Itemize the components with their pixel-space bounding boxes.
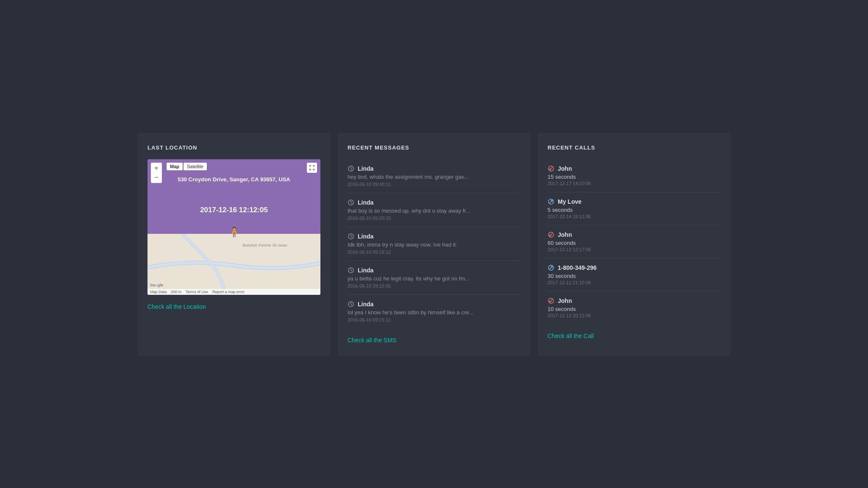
report-label[interactable]: Report a map error [212, 290, 245, 294]
dashboard: LAST LOCATION 530 Croydon Drive, Sanger,… [137, 133, 731, 356]
message-datetime: 2016-06-10 09:18:12 [348, 250, 520, 255]
map-purple-overlay: 530 Croydon Drive, Sanger, CA 93657, USA… [147, 159, 320, 234]
call-datetime: 2017-12-12 20:12:06 [548, 313, 721, 318]
map-pin: 🧍 [228, 227, 240, 238]
check-location-link[interactable]: Check all the Location [147, 303, 206, 310]
map-fullscreen-button[interactable] [307, 163, 317, 173]
message-item[interactable]: Linda lol yea I know he's been sittin by… [348, 295, 520, 328]
message-item[interactable]: Linda hey lind, whats the assignment ms.… [348, 159, 520, 193]
message-direction-icon [348, 165, 354, 172]
message-preview: hey lind, whats the assignment ms. grang… [348, 174, 520, 180]
zoom-out-button[interactable]: − [152, 173, 161, 182]
map-tab-button[interactable]: Map [167, 163, 183, 170]
call-item[interactable]: John 10 seconds 2017-12-12 20:12:06 [548, 291, 721, 324]
call-duration: 5 seconds [548, 207, 721, 213]
message-item[interactable]: Linda ya u betta cuz he legit cray. Its … [348, 261, 520, 295]
message-sender: Linda [348, 233, 520, 240]
call-duration: 60 seconds [548, 240, 721, 246]
call-item[interactable]: My Love 5 seconds 2017-12-14 19:11:06 [548, 192, 721, 225]
call-contact-name: John [548, 297, 721, 304]
map-terrain: Butcher Ferme St-Jean Google [147, 234, 320, 295]
message-preview: that boy is so messed up. why dnt u stay… [348, 208, 520, 214]
check-call-link[interactable]: Check all the Call [548, 333, 594, 339]
call-duration: 10 seconds [548, 306, 721, 312]
message-direction-icon [348, 199, 354, 206]
message-preview: Idk tbh, imma try n stay away now. Ive h… [348, 241, 520, 248]
call-direction-icon [548, 264, 554, 271]
call-datetime: 2017-12-13 12:17:06 [548, 247, 721, 252]
call-item[interactable]: 1-800-349-296 30 seconds 2017-12-12 21:1… [548, 258, 721, 291]
call-datetime: 2017-12-17 14:10:06 [548, 181, 721, 186]
map-scale: 200 m [171, 290, 181, 294]
message-sender: Linda [348, 165, 520, 172]
map-footer: Map Data 200 m Terms of Use Report a map… [147, 289, 320, 295]
call-duration: 30 seconds [548, 273, 721, 279]
call-contact-name: 1-800-349-296 [548, 264, 721, 271]
call-datetime: 2017-12-12 21:10:06 [548, 280, 721, 285]
call-direction-icon [548, 297, 554, 304]
map-tabs: Map Satellite [167, 163, 207, 170]
call-direction-icon [548, 165, 554, 172]
call-contact-name: My Love [548, 198, 721, 205]
svg-text:Butcher Ferme St-Jean: Butcher Ferme St-Jean [242, 242, 287, 247]
message-direction-icon [348, 267, 354, 274]
call-duration: 15 seconds [548, 174, 721, 180]
call-direction-icon [548, 198, 554, 205]
map-datetime: 2017-12-16 12:12:05 [147, 206, 320, 214]
message-direction-icon [348, 301, 354, 308]
call-direction-icon [548, 231, 554, 238]
call-contact-name: John [548, 165, 721, 172]
message-preview: ya u betta cuz he legit cray. Its why he… [348, 275, 520, 282]
check-sms-link[interactable]: Check all the SMS [348, 337, 396, 344]
messages-list: Linda hey lind, whats the assignment ms.… [348, 159, 520, 328]
message-item[interactable]: Linda Idk tbh, imma try n stay away now.… [348, 227, 520, 261]
message-datetime: 2016-06-10 09:15:11 [348, 317, 520, 322]
message-sender: Linda [348, 267, 520, 274]
map-controls: + − [151, 163, 162, 183]
satellite-tab-button[interactable]: Satellite [184, 163, 207, 170]
message-sender: Linda [348, 301, 520, 308]
message-datetime: 2016-06-10 09:40:11 [348, 182, 520, 187]
call-item[interactable]: John 60 seconds 2017-12-13 12:17:06 [548, 225, 721, 258]
location-panel: LAST LOCATION 530 Croydon Drive, Sanger,… [137, 133, 331, 356]
calls-title: RECENT CALLS [548, 144, 721, 151]
map-container: 530 Croydon Drive, Sanger, CA 93657, USA… [147, 159, 320, 295]
message-datetime: 2016-06-10 09:15:55 [348, 283, 520, 288]
terms-label[interactable]: Terms of Use [186, 290, 208, 294]
zoom-in-button[interactable]: + [152, 164, 161, 173]
message-item[interactable]: Linda that boy is so messed up. why dnt … [348, 193, 520, 227]
calls-panel: RECENT CALLS John 15 seconds 2017-12-17 … [537, 133, 731, 356]
message-datetime: 2016-06-10 09:20:10 [348, 216, 520, 221]
location-title: LAST LOCATION [147, 144, 320, 151]
calls-list: John 15 seconds 2017-12-17 14:10:06 My L… [548, 159, 721, 324]
message-preview: lol yea I know he's been sittin by himse… [348, 309, 520, 316]
call-datetime: 2017-12-14 19:11:06 [548, 214, 721, 219]
map-address: 530 Croydon Drive, Sanger, CA 93657, USA [147, 176, 320, 183]
messages-title: RECENT MESSAGES [348, 144, 520, 151]
message-sender: Linda [348, 199, 520, 206]
map-data-label: Map Data [150, 290, 167, 294]
call-item[interactable]: John 15 seconds 2017-12-17 14:10:06 [548, 159, 721, 192]
messages-panel: RECENT MESSAGES Linda hey lind, whats th… [337, 133, 531, 356]
call-contact-name: John [548, 231, 721, 238]
message-direction-icon [348, 233, 354, 240]
